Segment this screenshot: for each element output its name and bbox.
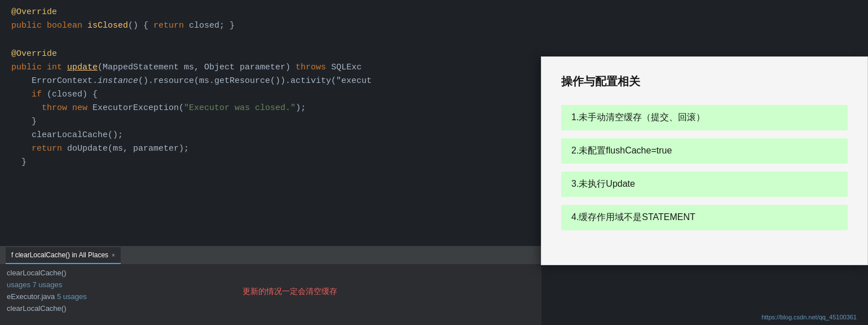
popup-overlay: 操作与配置相关 1.未手动清空缓存（提交、回滚） 2.未配置flushCache…: [541, 56, 868, 265]
method-name-result-2: clearLocalCache(): [7, 304, 67, 313]
clear-local-cache: clearLocalCache();: [11, 129, 123, 142]
url-text: https://blog.csdn.net/qq_45100361: [761, 314, 857, 320]
method-update: update: [67, 61, 98, 74]
code-line-3: @Override: [11, 47, 530, 61]
keyword-return-2: return: [32, 142, 62, 156]
exception-name: SQLExc: [326, 61, 362, 74]
indent-2: [11, 102, 42, 115]
annotation-text: 更新的情况一定会清空缓存: [243, 287, 337, 297]
close-paren: );: [296, 102, 306, 115]
code-plain: () {: [128, 19, 153, 33]
params: (MappedStatement ms, Object parameter): [98, 61, 296, 74]
usages-count: usages: [7, 280, 30, 289]
keyword-public: public: [11, 19, 47, 33]
executor-exception: ExecutorException(: [87, 102, 184, 115]
method-name-result: clearLocalCache(): [7, 269, 67, 277]
closing-brace-if: }: [11, 115, 37, 129]
code-line-9: clearLocalCache();: [11, 129, 530, 142]
keyword-if: if: [32, 88, 42, 102]
code-line-10: return doUpdate(ms, parameter);: [11, 142, 530, 156]
blank-line-1: [11, 33, 530, 47]
annotation-override-2: @Override: [11, 47, 57, 61]
popup-item-4: 4.缓存作用域不是STATEMENT: [561, 205, 848, 230]
if-condition: (closed) {: [42, 88, 98, 102]
file-name: eExecutor.java: [7, 292, 55, 301]
code-line-6: if (closed) {: [11, 88, 530, 102]
code-line-11: }: [11, 156, 530, 169]
indent-3: [11, 142, 32, 156]
popup-item-3: 3.未执行Update: [561, 172, 848, 197]
file-usages: 5 usages: [57, 292, 87, 301]
code-plain2: closed; }: [184, 19, 235, 33]
tab-bar: f clearLocalCache() in All Places ×: [0, 247, 541, 264]
popup-item-1: 1.未手动清空缓存（提交、回滚）: [561, 105, 848, 130]
error-context: ErrorContext.: [11, 74, 98, 88]
instance-italic: instance: [98, 74, 138, 88]
closing-brace-method: }: [11, 156, 27, 169]
do-update: doUpdate(ms, parameter);: [62, 142, 189, 156]
tab-close-button[interactable]: ×: [112, 252, 115, 258]
method-isClosed: isClosed: [87, 19, 128, 33]
code-line-4: public int update(MappedStatement ms, Ob…: [11, 61, 530, 74]
popup-title: 操作与配置相关: [561, 74, 848, 89]
keyword-public-2: public: [11, 61, 47, 74]
code-line-1: @Override: [11, 6, 530, 19]
keyword-boolean: boolean: [47, 19, 87, 33]
usages-number: 7 usages: [33, 280, 63, 289]
space-1: [67, 102, 72, 115]
code-line-8: }: [11, 115, 530, 129]
bottom-panel: f clearLocalCache() in All Places × clea…: [0, 246, 541, 325]
keyword-new: new: [72, 102, 87, 115]
tab-label: f clearLocalCache() in All Places: [11, 251, 108, 259]
indent-1: [11, 88, 32, 102]
tab-clearLocalCache[interactable]: f clearLocalCache() in All Places ×: [6, 247, 121, 264]
error-context-2: ().resource(ms.getResource()).activity("…: [138, 74, 372, 88]
code-line-5: ErrorContext.instance().resource(ms.getR…: [11, 74, 530, 88]
annotation-override-1: @Override: [11, 6, 57, 19]
exception-string: "Executor was closed.": [184, 102, 296, 115]
popup-list: 1.未手动清空缓存（提交、回滚） 2.未配置flushCache=true 3.…: [561, 105, 848, 230]
popup-item-2: 2.未配置flushCache=true: [561, 138, 848, 164]
keyword-throw: throw: [42, 102, 67, 115]
result-item-4: clearLocalCache(): [7, 304, 535, 313]
code-line-7: throw new ExecutorException("Executor wa…: [11, 102, 530, 115]
keyword-throws: throws: [296, 61, 326, 74]
code-line-2: public boolean isClosed() { return close…: [11, 19, 530, 33]
keyword-int: int: [47, 61, 67, 74]
keyword-return: return: [153, 19, 184, 33]
result-item-1: clearLocalCache(): [7, 269, 535, 277]
